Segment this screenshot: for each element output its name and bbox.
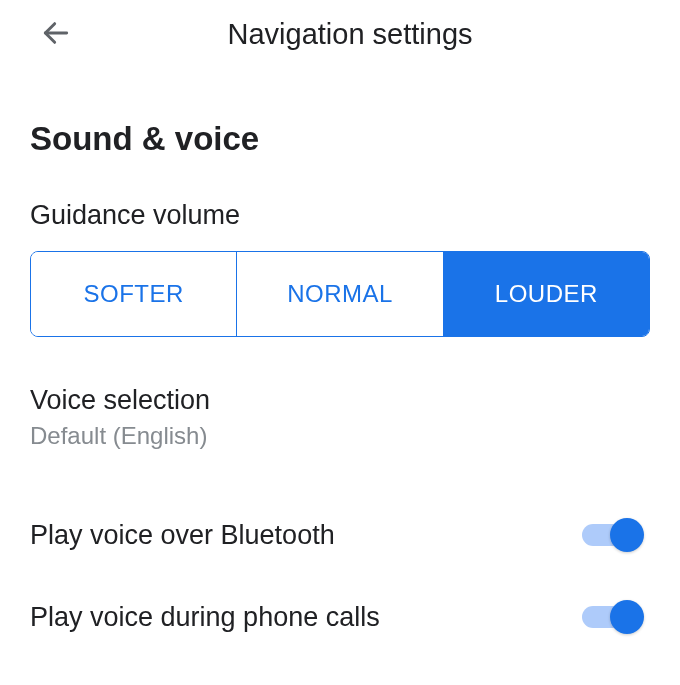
volume-option-softer[interactable]: SOFTER <box>31 252 237 336</box>
voice-selection-item[interactable]: Voice selection Default (English) <box>30 385 650 494</box>
phone-calls-switch[interactable] <box>582 598 640 636</box>
bluetooth-toggle-row: Play voice over Bluetooth <box>30 494 650 576</box>
phone-calls-label: Play voice during phone calls <box>30 602 380 633</box>
phone-calls-toggle-row: Play voice during phone calls <box>30 576 650 658</box>
volume-option-normal[interactable]: NORMAL <box>237 252 443 336</box>
guidance-volume-label: Guidance volume <box>30 200 650 231</box>
content-area: Sound & voice Guidance volume SOFTER NOR… <box>0 68 680 658</box>
bluetooth-label: Play voice over Bluetooth <box>30 520 335 551</box>
app-header: Navigation settings <box>0 0 680 68</box>
guidance-volume-segmented: SOFTER NORMAL LOUDER <box>30 251 650 337</box>
switch-thumb <box>610 600 644 634</box>
voice-selection-title: Voice selection <box>30 385 650 416</box>
page-title: Navigation settings <box>36 18 664 51</box>
volume-option-louder[interactable]: LOUDER <box>444 252 649 336</box>
bluetooth-switch[interactable] <box>582 516 640 554</box>
voice-selection-value: Default (English) <box>30 422 650 450</box>
section-header-sound-voice: Sound & voice <box>30 120 650 158</box>
switch-thumb <box>610 518 644 552</box>
